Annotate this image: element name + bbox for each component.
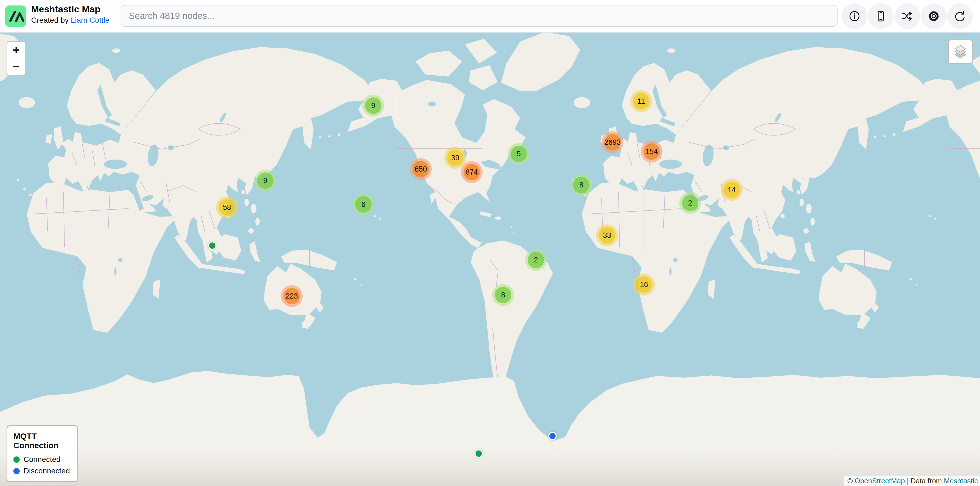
layers-icon <box>952 44 968 60</box>
refresh-button[interactable] <box>947 3 973 29</box>
cluster-marker[interactable]: 2 <box>525 249 547 271</box>
zoom-out-button[interactable]: − <box>7 58 25 75</box>
byline-prefix: Created by <box>31 16 71 24</box>
node-marker-connected[interactable] <box>474 449 483 458</box>
cluster-marker[interactable]: 16 <box>633 274 655 296</box>
cluster-marker[interactable]: 2693 <box>601 131 624 153</box>
cluster-marker[interactable]: 9 <box>254 170 276 191</box>
legend-title: MQTT Connection <box>13 432 72 450</box>
info-button[interactable] <box>842 3 867 29</box>
legend-label: Connected <box>24 455 60 464</box>
meshtastic-map-app: Meshtastic Map Created by Liam Cottle <box>0 0 980 486</box>
meshtastic-link[interactable]: Meshtastic <box>944 477 978 485</box>
shuffle-icon <box>901 10 914 22</box>
cluster-marker[interactable]: 9 <box>362 95 384 116</box>
disconnected-dot-icon <box>13 468 20 474</box>
search-input[interactable] <box>121 5 838 27</box>
cluster-marker[interactable]: 5 <box>508 143 530 165</box>
title-block: Meshtastic Map Created by Liam Cottle <box>31 3 110 26</box>
info-icon <box>848 10 861 22</box>
cluster-marker[interactable]: 6 <box>352 193 374 215</box>
osm-link[interactable]: OpenStreetMap <box>855 477 905 485</box>
attribution-middle: | Data from <box>905 477 944 485</box>
node-marker-disconnected[interactable] <box>548 432 557 440</box>
map-canvas[interactable]: + − 911269315439874650581429586331628223… <box>0 32 980 486</box>
zoom-in-button[interactable]: + <box>7 42 25 58</box>
mqtt-legend: MQTT Connection Connected Disconnected <box>6 425 78 482</box>
mobile-app-button[interactable] <box>868 3 894 29</box>
mobile-icon <box>875 10 887 22</box>
cluster-marker[interactable]: 2 <box>679 192 701 214</box>
header-bar: Meshtastic Map Created by Liam Cottle <box>0 0 980 33</box>
cluster-marker[interactable]: 14 <box>721 179 743 201</box>
cluster-marker[interactable]: 8 <box>570 174 592 196</box>
refresh-icon <box>954 10 966 22</box>
cluster-marker[interactable]: 11 <box>630 90 652 112</box>
author-link[interactable]: Liam Cottle <box>71 16 110 24</box>
world-map <box>0 32 980 486</box>
cluster-marker[interactable]: 874 <box>461 161 483 183</box>
cluster-marker[interactable]: 58 <box>216 196 238 218</box>
cluster-marker[interactable]: 8 <box>492 284 514 306</box>
cluster-marker[interactable]: 33 <box>596 225 618 246</box>
random-node-button[interactable] <box>895 3 920 29</box>
cluster-marker[interactable]: 154 <box>641 141 663 163</box>
cluster-marker[interactable]: 223 <box>281 285 303 307</box>
legend-item-connected: Connected <box>13 455 72 464</box>
legend-label: Disconnected <box>24 467 70 475</box>
byline: Created by Liam Cottle <box>31 15 110 26</box>
node-marker-connected[interactable] <box>208 241 216 250</box>
page-title: Meshtastic Map <box>31 3 110 15</box>
legend-item-disconnected: Disconnected <box>13 467 72 475</box>
copyright-text: © <box>847 477 854 485</box>
settings-button[interactable] <box>921 3 947 29</box>
cluster-marker[interactable]: 650 <box>410 158 432 180</box>
gear-icon <box>928 10 940 22</box>
meshtastic-logo-icon <box>5 5 26 27</box>
zoom-control: + − <box>6 41 26 75</box>
layers-control[interactable] <box>948 39 973 64</box>
attribution: © OpenStreetMap | Data from Meshtastic <box>843 476 980 486</box>
connected-dot-icon <box>13 456 20 463</box>
